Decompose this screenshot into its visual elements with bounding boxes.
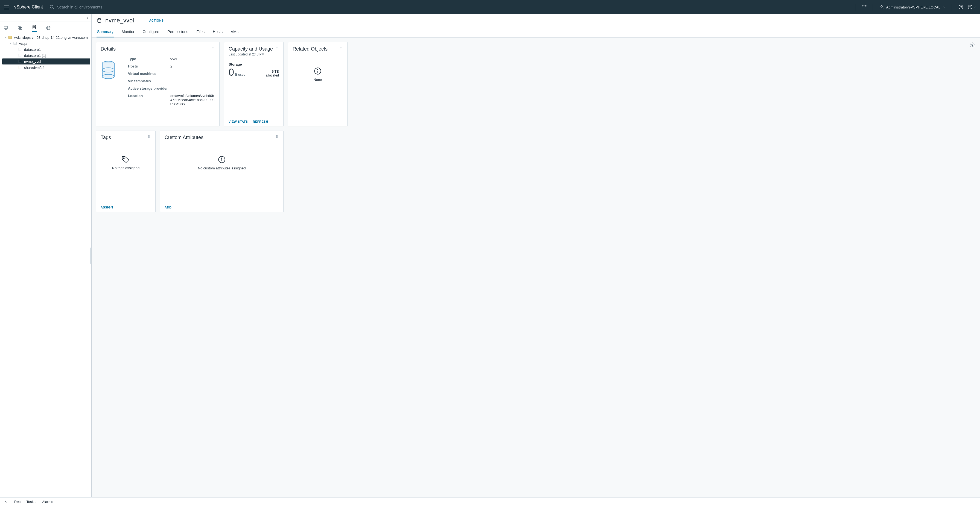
alarms-tab[interactable]: Alarms [42,500,53,504]
network-icon [46,25,51,30]
search-input[interactable] [57,5,139,9]
tab-monitor[interactable]: Monitor [121,28,135,37]
svg-rect-8 [4,26,7,29]
used-value: 0 [229,68,234,77]
drag-handle-icon[interactable]: ⠿ [340,46,343,50]
svg-point-36 [221,158,222,158]
user-icon [879,5,884,10]
inventory-view-tabs [0,22,91,32]
drag-handle-icon[interactable]: ⠿ [148,135,151,139]
datastore-icon [18,60,22,63]
object-header: nvme_vvol ⋮ ACTIONS Summary Monitor Conf… [92,14,980,38]
tree-datastore[interactable]: datastore1 (1) [2,52,90,59]
tree-datastore[interactable]: datastore1 [2,46,90,52]
assign-link[interactable]: ASSIGN [100,206,113,209]
tree-label: datastore1 [24,48,41,52]
help-button[interactable] [967,3,976,11]
refresh-button[interactable] [860,3,868,11]
drag-handle-icon[interactable]: ⠿ [276,135,279,139]
tab-configure[interactable]: Configure [142,28,160,37]
card-custom-attributes: Custom Attributes ⠿ No custom attributes… [160,131,283,212]
svg-point-26 [972,44,973,46]
tree-vcenter[interactable]: wdc-rdops-vm03-dhcp-14-22.eng.vmware.com [2,35,90,40]
tab-summary[interactable]: Summary [97,28,114,37]
chevron-left-icon [86,16,90,20]
info-icon [218,156,226,163]
vcenter-icon [8,35,13,40]
detail-row: VM templates [128,77,215,85]
inventory-tree: wdc-rdops-vm03-dhcp-14-22.eng.vmware.com… [0,32,91,497]
add-link[interactable]: ADD [165,206,172,209]
bottom-panel: Recent Tasks Alarms [0,497,980,506]
empty-message: No custom attributes assigned [198,166,246,170]
tree-datastore[interactable]: sharedvmfs4 [2,65,90,70]
tree-label: vcqa [19,41,27,46]
tab-permissions[interactable]: Permissions [167,28,189,37]
storage-view-tab[interactable] [32,25,37,32]
svg-point-2 [881,5,882,7]
card-details: Details ⠿ TypevVol Hosts2 Virtual machin… [96,42,220,126]
svg-point-5 [961,6,962,7]
networks-view-tab[interactable] [46,25,51,32]
actions-menu[interactable]: ⋮ ACTIONS [144,19,164,22]
resize-handle[interactable] [90,247,91,264]
allocated-value: 5 TB [266,70,279,73]
chevron-down-icon [5,36,7,39]
svg-rect-18 [14,42,16,44]
help-icon [967,4,973,10]
app-title: vSphere Client [14,5,43,10]
tree-label: datastore1 (1) [24,54,46,58]
actions-label: ACTIONS [149,19,164,22]
refresh-link[interactable]: REFRESH [253,120,268,123]
svg-point-21 [19,48,21,49]
tree-label: nvme_vvol [24,60,41,63]
card-title: Custom Attributes [165,135,204,140]
tree-label: sharedvmfs4 [24,65,44,70]
menu-icon[interactable] [4,5,9,9]
chevron-down-icon [943,5,946,9]
chevron-up-icon [4,500,8,504]
datastore-large-icon [100,55,120,122]
drag-handle-icon[interactable]: ⠿ [212,46,215,50]
sidebar-collapse-button[interactable] [86,16,90,20]
detail-row: Virtual machines [128,70,215,77]
tab-vms[interactable]: VMs [230,28,239,37]
svg-line-1 [52,8,54,9]
svg-point-0 [50,5,53,8]
detail-row: TypevVol [128,55,215,63]
vms-icon [18,25,22,30]
allocated-label: allocated [266,73,279,77]
datastore-icon [32,25,37,30]
topbar-right: Administrator@VSPHERE.LOCAL [853,3,976,11]
view-stats-link[interactable]: VIEW STATS [229,120,248,123]
tree-datacenter[interactable]: vcqa [2,40,90,46]
datastore-icon [97,18,102,23]
used-unit: B used [235,73,245,76]
detail-row: Active storage provider [128,85,215,92]
vms-view-tab[interactable] [18,25,22,32]
capacity-updated: Last updated at 2:48 PM [229,52,273,56]
card-title: Capacity and Usage [229,46,273,52]
expand-panel-button[interactable] [4,500,8,504]
tree-datastore-selected[interactable]: nvme_vvol [2,59,90,65]
card-tags: Tags ⠿ No tags assigned ASSIGN [96,131,156,212]
tab-hosts[interactable]: Hosts [212,28,223,37]
svg-point-33 [123,158,124,159]
drag-handle-icon[interactable]: ⠿ [276,46,279,50]
hosts-view-tab[interactable] [3,25,8,32]
detail-row: Hosts2 [128,63,215,70]
customize-view-button[interactable] [970,42,975,48]
recent-tasks-tab[interactable]: Recent Tasks [14,500,35,504]
chevron-down-icon [974,6,976,8]
smile-icon [958,4,964,10]
feedback-button[interactable] [957,3,965,11]
card-title: Details [100,46,116,52]
chevron-down-icon [9,42,12,45]
empty-message: None [313,78,322,82]
refresh-icon [861,4,867,10]
tab-files[interactable]: Files [196,28,205,37]
global-search[interactable] [49,5,853,10]
card-related-objects: Related Objects ⠿ None [288,42,348,126]
user-menu[interactable]: Administrator@VSPHERE.LOCAL [878,3,947,11]
datacenter-icon [13,41,18,45]
